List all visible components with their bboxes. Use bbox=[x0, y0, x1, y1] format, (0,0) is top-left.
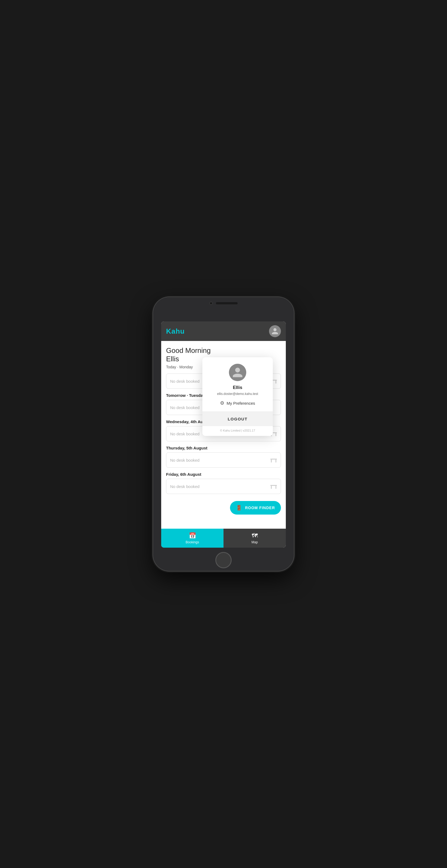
gear-icon: ⚙ bbox=[220, 400, 224, 406]
popup-user-icon bbox=[232, 367, 244, 378]
bookings-tab-label: Bookings bbox=[185, 540, 199, 544]
popup-username: Ellis bbox=[233, 385, 242, 390]
app-logo: Kahu bbox=[166, 327, 185, 336]
popup-footer: © Kahu Limited | v2021.17 bbox=[202, 426, 273, 436]
header-avatar-button[interactable] bbox=[269, 325, 281, 337]
bookings-icon: 📅 bbox=[189, 532, 196, 539]
phone-top-bar bbox=[153, 297, 294, 309]
bottom-nav: 📅 Bookings 🗺 Map bbox=[161, 529, 286, 548]
user-popup-card: Ellis ellis.doster@demo.kahu.test ⚙ My P… bbox=[202, 357, 273, 436]
phone-camera bbox=[209, 302, 213, 305]
popup-avatar bbox=[229, 364, 246, 381]
map-tab-label: Map bbox=[251, 540, 257, 544]
popup-preferences-row[interactable]: ⚙ My Preferences bbox=[220, 400, 255, 406]
user-icon bbox=[271, 328, 279, 335]
tab-map[interactable]: 🗺 Map bbox=[224, 529, 286, 548]
popup-email: ellis.doster@demo.kahu.test bbox=[217, 392, 258, 396]
home-button[interactable] bbox=[215, 552, 232, 568]
main-content: Good MorningEllis Today · Monday No desk… bbox=[161, 341, 286, 529]
tab-bookings[interactable]: 📅 Bookings bbox=[161, 529, 224, 548]
map-icon: 🗺 bbox=[252, 532, 257, 539]
popup-body: Ellis ellis.doster@demo.kahu.test ⚙ My P… bbox=[202, 357, 273, 411]
phone-screen: Kahu Good MorningEllis Today · Monday No… bbox=[161, 321, 286, 548]
phone-frame: Kahu Good MorningEllis Today · Monday No… bbox=[153, 297, 294, 571]
logout-button[interactable]: LOGOUT bbox=[202, 412, 273, 426]
phone-speaker bbox=[216, 302, 238, 304]
app-header: Kahu bbox=[161, 321, 286, 341]
popup-overlay: Ellis ellis.doster@demo.kahu.test ⚙ My P… bbox=[161, 341, 286, 529]
popup-preferences-label: My Preferences bbox=[227, 401, 255, 405]
